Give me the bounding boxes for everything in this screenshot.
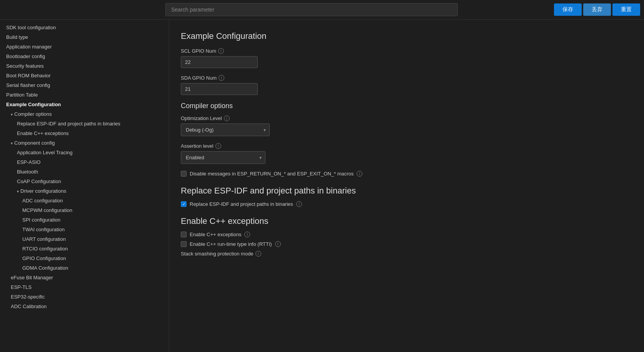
sidebar-item-label: Replace ESP-IDF and project paths in bin… (17, 121, 120, 127)
sidebar-item-replace-esp-idf[interactable]: Replace ESP-IDF and project paths in bin… (0, 119, 169, 128)
sidebar-item-efuse-bit-manager[interactable]: eFuse Bit Manager (0, 273, 169, 282)
sidebar-item-uart-configuration[interactable]: UART configuration (0, 234, 169, 244)
sidebar-item-serial-flasher-config[interactable]: Serial flasher config (0, 80, 169, 90)
sidebar-item-twai-configuration[interactable]: TWAI configuration (0, 225, 169, 234)
sidebar-item-label: Build type (6, 34, 28, 40)
sidebar-item-spi-configuration[interactable]: SPI configuration (0, 215, 169, 225)
enable-rtti-checkbox[interactable] (181, 241, 187, 247)
sidebar-item-label: Partition Table (6, 92, 38, 98)
sidebar-item-label: Example Configuration (6, 102, 61, 107)
enable-cpp-checkbox[interactable] (181, 232, 187, 237)
save-button[interactable]: 保存 (554, 3, 582, 16)
replace-esp-idf-info-icon[interactable]: i (296, 201, 302, 207)
reset-button[interactable]: 重置 (612, 3, 640, 16)
sidebar-item-coap-configuration[interactable]: CoAP Configuration (0, 177, 169, 186)
enable-cpp-label: Enable C++ exceptions (190, 232, 241, 237)
sidebar-item-label: Boot ROM Behavior (6, 73, 51, 78)
sidebar-item-adc-configuration[interactable]: ADC configuration (0, 196, 169, 205)
sidebar-item-example-configuration[interactable]: Example Configuration (0, 100, 169, 109)
replace-esp-idf-checkbox[interactable] (181, 201, 187, 207)
discard-button[interactable]: 丢弃 (583, 3, 611, 16)
optimization-level-select[interactable]: Debug (-Og) Default (-O0) Optimize for p… (181, 123, 270, 136)
sidebar-item-label: GPIO Configuration (22, 255, 66, 261)
main-layout: SDK tool configurationBuild typeApplicat… (0, 20, 644, 352)
sidebar-item-label: MCPWM configuration (22, 207, 72, 213)
scl-gpio-group: SCL GPIO Num i (181, 48, 632, 68)
sidebar-item-mcpwm-configuration[interactable]: MCPWM configuration (0, 205, 169, 215)
compiler-options-title: Compiler options (181, 102, 632, 110)
sidebar-item-driver-configurations[interactable]: ▾Driver configurations (0, 186, 169, 196)
sidebar-item-bootloader-config[interactable]: Bootloader config (0, 52, 169, 61)
sidebar-item-label: Compiler options (14, 111, 52, 117)
sidebar-item-bluetooth[interactable]: Bluetooth (0, 167, 169, 177)
sidebar-item-label: CoAP Configuration (17, 179, 61, 184)
sidebar-item-enable-cpp[interactable]: Enable C++ exceptions (0, 128, 169, 138)
sidebar-item-security-features[interactable]: Security features (0, 61, 169, 71)
replace-esp-idf-row: Replace ESP-IDF and project paths in bin… (181, 201, 632, 207)
sidebar-item-label: Bootloader config (6, 53, 45, 59)
stack-smashing-info-icon[interactable]: i (255, 251, 261, 257)
sidebar-item-label: Application Level Tracing (17, 150, 73, 155)
optimization-level-group: Optimization Level i Debug (-Og) Default… (181, 115, 632, 136)
sidebar-item-gpio-configuration[interactable]: GPIO Configuration (0, 254, 169, 263)
sidebar-item-app-level-tracing[interactable]: Application Level Tracing (0, 148, 169, 157)
sidebar-item-label: ADC configuration (22, 198, 63, 204)
sidebar-item-label: ESP-ASIO (17, 159, 40, 165)
sda-gpio-input[interactable] (181, 83, 258, 95)
sda-gpio-group: SDA GPIO Num i (181, 75, 632, 95)
sidebar-item-label: ESP32-specific (11, 294, 45, 300)
sidebar-item-label: SPI configuration (22, 217, 60, 223)
sidebar-item-boot-rom-behavior[interactable]: Boot ROM Behavior (0, 71, 169, 80)
sidebar-item-esp-asio[interactable]: ESP-ASIO (0, 157, 169, 167)
disable-messages-label: Disable messages in ESP_RETURN_ON_* and … (190, 171, 354, 177)
top-actions: 保存 丢弃 重置 (554, 3, 640, 16)
assertion-level-info-icon[interactable]: i (215, 143, 221, 149)
sidebar-item-compiler-options[interactable]: ▾Compiler options (0, 109, 169, 119)
disable-messages-checkbox[interactable] (181, 171, 187, 177)
sidebar-item-label: Enable C++ exceptions (17, 130, 68, 136)
assertion-level-label: Assertion level i (181, 143, 632, 149)
enable-rtti-row: Enable C++ run-time type info (RTTI) i (181, 241, 632, 247)
sidebar-item-label: Component config (14, 140, 55, 146)
chevron-icon: ▾ (17, 189, 19, 194)
enable-rtti-info-icon[interactable]: i (275, 241, 281, 247)
assertion-level-select[interactable]: Enabled Silent Disabled (181, 151, 265, 164)
assertion-level-group: Assertion level i Enabled Silent Disable… (181, 143, 632, 164)
sidebar-item-rtcio-configuration[interactable]: RTCIO configuration (0, 244, 169, 254)
sidebar-item-application-manager[interactable]: Application manager (0, 42, 169, 52)
top-bar: 保存 丢弃 重置 (0, 0, 644, 20)
sidebar-item-adc-calibration[interactable]: ADC Calibration (0, 302, 169, 311)
sidebar-item-label: GDMA Configuration (22, 265, 68, 271)
sidebar-item-sdk-tool-config[interactable]: SDK tool configuration (0, 23, 169, 32)
chevron-icon: ▾ (11, 112, 13, 117)
assertion-level-select-wrapper: Enabled Silent Disabled ▾ (181, 151, 265, 164)
sidebar-item-label: UART configuration (22, 236, 66, 242)
example-config-title: Example Configuration (181, 31, 632, 41)
sidebar-item-label: Driver configurations (20, 188, 66, 194)
sidebar-item-label: Serial flasher config (6, 82, 50, 88)
sda-gpio-info-icon[interactable]: i (219, 75, 224, 81)
sidebar-item-esp32-specific[interactable]: ESP32-specific (0, 292, 169, 302)
stack-smashing-label: Stack smashing protection mode (181, 251, 254, 257)
sidebar-item-component-config[interactable]: ▾Component config (0, 138, 169, 148)
scl-gpio-info-icon[interactable]: i (218, 48, 224, 54)
enable-cpp-info-icon[interactable]: i (244, 232, 250, 237)
sidebar-item-label: ESP-TLS (11, 284, 32, 290)
sidebar-item-label: TWAI configuration (22, 227, 65, 232)
disable-messages-info-icon[interactable]: i (357, 171, 362, 177)
enable-rtti-label: Enable C++ run-time type info (RTTI) (190, 241, 272, 247)
enable-cpp-row: Enable C++ exceptions i (181, 232, 632, 237)
search-input[interactable] (165, 3, 458, 16)
sidebar-item-label: Application manager (6, 44, 52, 50)
sda-gpio-label: SDA GPIO Num i (181, 75, 632, 81)
sidebar-item-build-type[interactable]: Build type (0, 32, 169, 42)
scl-gpio-input[interactable] (181, 56, 258, 68)
sidebar-item-label: RTCIO configuration (22, 246, 68, 252)
sidebar-item-esp-tls[interactable]: ESP-TLS (0, 282, 169, 292)
replace-esp-idf-label: Replace ESP-IDF and project paths in bin… (190, 201, 293, 207)
optimization-level-info-icon[interactable]: i (224, 115, 230, 121)
optimization-level-select-wrapper: Debug (-Og) Default (-O0) Optimize for p… (181, 123, 270, 136)
sidebar-item-gdma-configuration[interactable]: GDMA Configuration (0, 263, 169, 273)
sidebar-item-partition-table[interactable]: Partition Table (0, 90, 169, 100)
sidebar-item-label: eFuse Bit Manager (11, 275, 53, 280)
